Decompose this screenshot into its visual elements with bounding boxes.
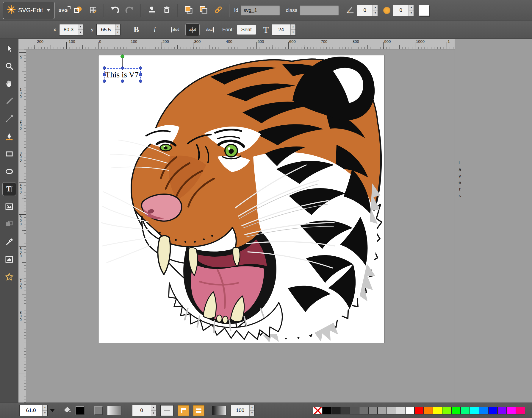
y-spin-buttons[interactable]: ▲▼ bbox=[115, 24, 120, 35]
x-spin-buttons[interactable]: ▲▼ bbox=[78, 24, 83, 35]
shape-library-tool[interactable] bbox=[2, 217, 16, 231]
palette-swatch[interactable] bbox=[507, 407, 516, 414]
zoom-spin-buttons[interactable]: ▲▼ bbox=[42, 405, 47, 416]
spinner-up-icon[interactable]: ▲ bbox=[115, 24, 120, 30]
palette-swatch[interactable] bbox=[414, 407, 424, 414]
resize-handle-w[interactable] bbox=[103, 73, 106, 76]
spinner-down-icon[interactable]: ▼ bbox=[151, 411, 156, 416]
stroke-width-spin-buttons[interactable]: ▲▼ bbox=[151, 405, 156, 416]
tiger-artwork[interactable] bbox=[98, 55, 384, 343]
text-tool[interactable]: T bbox=[2, 182, 16, 196]
spinner-down-icon[interactable]: ▼ bbox=[115, 30, 120, 35]
undo-button[interactable] bbox=[109, 4, 121, 17]
palette-swatch[interactable] bbox=[331, 407, 341, 414]
document-properties-button[interactable] bbox=[72, 4, 84, 17]
font-size-spin-buttons[interactable]: ▲▼ bbox=[290, 24, 295, 35]
stroke-width-stepper[interactable]: ▲▼ bbox=[132, 405, 156, 416]
zoom-input[interactable] bbox=[20, 405, 42, 416]
palette-swatch[interactable] bbox=[461, 407, 470, 414]
blur-stepper[interactable]: ▲▼ bbox=[393, 5, 414, 16]
resize-handle-e[interactable] bbox=[139, 73, 142, 76]
svg-source-button[interactable]: SVG bbox=[57, 4, 69, 17]
stroke-width-input[interactable] bbox=[132, 405, 151, 416]
zoom-stepper[interactable]: ▲▼ bbox=[19, 405, 48, 416]
resize-handle-ne[interactable] bbox=[139, 66, 142, 70]
palette-swatch[interactable] bbox=[497, 407, 507, 414]
zoom-dropdown-caret[interactable] bbox=[50, 409, 55, 412]
palette-swatch[interactable] bbox=[359, 407, 368, 414]
eyedropper-tool[interactable] bbox=[2, 235, 16, 249]
resize-handle-se[interactable] bbox=[139, 79, 142, 83]
text-anchor-middle-button[interactable]: abcd bbox=[185, 24, 200, 36]
palette-swatch[interactable] bbox=[387, 407, 396, 414]
opacity-stepper[interactable]: ▲▼ bbox=[231, 405, 255, 416]
opacity-spin-buttons[interactable]: ▲▼ bbox=[249, 405, 254, 416]
palette-swatch-none[interactable] bbox=[313, 407, 322, 414]
path-tool[interactable] bbox=[2, 130, 16, 143]
svg-canvas[interactable]: This is V7 bbox=[98, 55, 384, 343]
palette-swatch[interactable] bbox=[516, 407, 525, 414]
palette-swatch[interactable] bbox=[424, 407, 433, 414]
star-tool[interactable] bbox=[2, 270, 16, 284]
x-stepper[interactable]: ▲▼ bbox=[59, 24, 83, 35]
editor-preferences-button[interactable] bbox=[87, 4, 99, 17]
redo-button[interactable] bbox=[123, 4, 136, 17]
text-anchor-start-button[interactable]: abcd bbox=[168, 24, 182, 36]
spinner-up-icon[interactable]: ▲ bbox=[250, 405, 254, 411]
y-input[interactable] bbox=[97, 24, 115, 35]
element-class-input[interactable] bbox=[300, 5, 339, 15]
palette-swatch[interactable] bbox=[479, 407, 488, 414]
ellipse-tool[interactable] bbox=[2, 165, 16, 178]
spinner-up-icon[interactable]: ▲ bbox=[409, 5, 414, 11]
select-tool[interactable] bbox=[2, 42, 16, 55]
font-family-button[interactable]: Serif bbox=[237, 25, 256, 35]
blur-input[interactable] bbox=[393, 5, 409, 16]
selected-text-element[interactable]: This is V7 bbox=[104, 68, 141, 81]
palette-swatch[interactable] bbox=[405, 407, 414, 414]
palette-swatch[interactable] bbox=[350, 407, 359, 414]
stroke-color-swatch[interactable] bbox=[94, 406, 103, 415]
main-menu-button[interactable]: SVG-Edit bbox=[3, 2, 54, 19]
stroke-gradient-swatch[interactable] bbox=[107, 406, 121, 415]
spinner-up-icon[interactable]: ▲ bbox=[291, 24, 295, 30]
rotation-handle[interactable] bbox=[121, 54, 124, 58]
clone-button[interactable] bbox=[145, 4, 158, 17]
layers-panel-label[interactable]: Layers bbox=[457, 160, 462, 199]
spinner-up-icon[interactable]: ▲ bbox=[151, 405, 156, 411]
spinner-down-icon[interactable]: ▼ bbox=[250, 411, 254, 416]
delete-button[interactable] bbox=[160, 4, 173, 17]
resize-handle-sw[interactable] bbox=[103, 79, 106, 83]
palette-swatch[interactable] bbox=[378, 407, 387, 414]
font-size-stepper[interactable]: ▲▼ bbox=[272, 24, 296, 35]
spinner-down-icon[interactable]: ▼ bbox=[373, 10, 378, 16]
move-to-front-button[interactable] bbox=[182, 4, 195, 17]
resize-handle-n[interactable] bbox=[121, 66, 124, 70]
palette-swatch[interactable] bbox=[341, 407, 350, 414]
color-picker-swatch[interactable] bbox=[419, 5, 429, 16]
resize-handle-s[interactable] bbox=[121, 79, 124, 83]
pan-tool[interactable] bbox=[2, 77, 16, 91]
palette-swatch[interactable] bbox=[368, 407, 378, 414]
palette-swatch[interactable] bbox=[470, 407, 479, 414]
make-link-button[interactable] bbox=[212, 4, 225, 17]
linejoin-button[interactable] bbox=[178, 405, 189, 416]
spinner-up-icon[interactable]: ▲ bbox=[78, 24, 83, 30]
palette-swatch[interactable] bbox=[433, 407, 442, 414]
angle-spin-buttons[interactable]: ▲▼ bbox=[373, 5, 378, 16]
fill-color-swatch[interactable] bbox=[76, 406, 85, 415]
image-library-tool[interactable] bbox=[2, 252, 16, 266]
bold-button[interactable]: B bbox=[130, 23, 143, 36]
font-size-input[interactable] bbox=[272, 24, 290, 35]
spinner-down-icon[interactable]: ▼ bbox=[43, 411, 47, 416]
zoom-tool[interactable] bbox=[2, 59, 16, 73]
rectangle-tool[interactable] bbox=[2, 147, 16, 161]
spinner-down-icon[interactable]: ▼ bbox=[409, 10, 414, 16]
text-anchor-end-button[interactable]: abcd bbox=[203, 24, 217, 36]
line-tool[interactable] bbox=[2, 112, 16, 126]
linecap-button[interactable] bbox=[193, 405, 204, 416]
layers-panel-tab[interactable]: Layers bbox=[455, 39, 532, 403]
blur-spin-buttons[interactable]: ▲▼ bbox=[409, 5, 414, 16]
palette-swatch[interactable] bbox=[442, 407, 451, 414]
palette-swatch[interactable] bbox=[396, 407, 405, 414]
spinner-down-icon[interactable]: ▼ bbox=[78, 30, 83, 35]
